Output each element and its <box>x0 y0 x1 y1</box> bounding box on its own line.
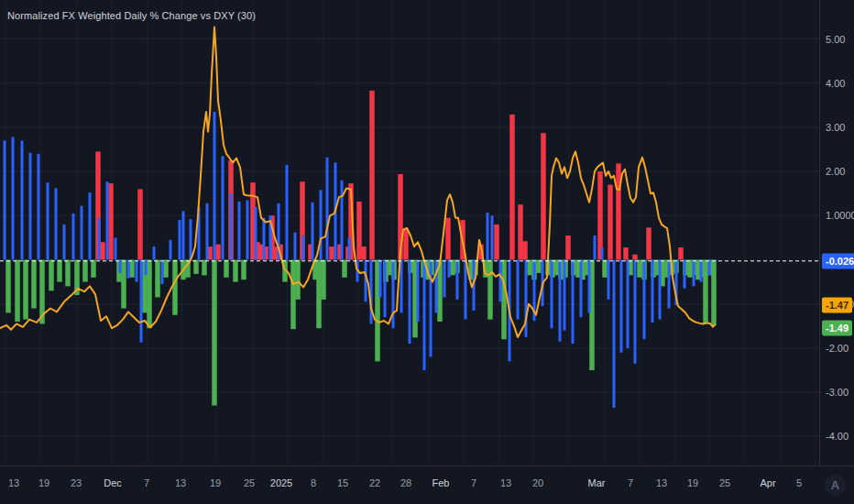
fx-weighted-histogram-bar <box>491 215 494 259</box>
fx-weighted-histogram-bar <box>588 260 591 313</box>
up-down-columns-bar <box>597 171 603 259</box>
orange-last-value-badge[interactable]: -1.47 <box>822 298 852 313</box>
up-down-columns-bar <box>646 227 651 259</box>
fx-weighted-histogram-bar <box>21 140 24 259</box>
up-down-columns-bar <box>445 218 451 260</box>
fx-weighted-histogram-bar <box>140 260 143 343</box>
fx-weighted-histogram-bar <box>326 158 329 260</box>
up-down-columns-bar <box>295 260 301 300</box>
fx-weighted-histogram-bar <box>119 260 122 273</box>
fx-weighted-histogram-bar <box>4 140 6 259</box>
up-down-columns-bar <box>49 260 54 291</box>
price-axis-label: 5.00 <box>826 34 845 45</box>
up-down-columns-bar <box>15 260 20 322</box>
fx-weighted-histogram-bar <box>659 260 662 320</box>
time-axis-label: Apr <box>760 477 775 488</box>
up-down-columns-bar <box>522 241 528 259</box>
fx-weighted-histogram-bar <box>651 260 654 323</box>
fx-weighted-histogram-bar <box>487 213 489 260</box>
up-down-columns-bar <box>487 260 493 320</box>
fx-weighted-histogram-bar <box>302 236 305 260</box>
up-down-columns-bar <box>553 260 559 276</box>
fx-weighted-histogram-bar <box>643 260 646 340</box>
fx-weighted-histogram-bar <box>430 260 432 357</box>
fx-weighted-histogram-bar <box>98 218 101 260</box>
time-axis-label: 19 <box>38 477 49 488</box>
plot-area[interactable] <box>0 0 854 504</box>
fx-weighted-histogram-bar <box>456 260 459 300</box>
fx-weighted-histogram-bar <box>106 181 109 259</box>
up-down-columns-bar <box>616 163 621 259</box>
price-axis-label: 4.00 <box>826 78 845 89</box>
time-axis-label: 28 <box>400 477 411 488</box>
up-down-columns-bar <box>321 260 326 300</box>
fx-weighted-histogram-bar <box>608 260 610 300</box>
fx-weighted-histogram-bar <box>668 260 671 309</box>
time-axis[interactable]: 131923Dec713192520258152228Feb71320Mar71… <box>0 466 854 504</box>
up-down-columns-bar <box>536 260 542 273</box>
up-down-columns-bar <box>108 183 114 259</box>
time-axis-label: 13 <box>8 477 19 488</box>
fx-weighted-histogram-bar <box>423 260 426 371</box>
time-axis-label: Mar <box>588 477 606 488</box>
chart-background <box>0 0 854 504</box>
up-down-columns-bar <box>527 260 532 276</box>
price-axis-label: -4.00 <box>826 431 849 442</box>
time-axis-label: 20 <box>532 477 543 488</box>
tradingview-logo-icon[interactable]: A <box>825 475 846 496</box>
time-axis-label: 25 <box>244 477 255 488</box>
fx-weighted-histogram-bar <box>448 260 451 278</box>
fx-weighted-histogram-bar <box>409 260 411 345</box>
fx-weighted-histogram-bar <box>89 192 92 259</box>
fx-weighted-histogram-bar <box>72 214 75 260</box>
up-down-columns-bar <box>711 260 717 326</box>
fx-weighted-histogram-bar <box>601 247 604 259</box>
chart-panel[interactable]: Normalized FX Weighted Daily % Change vs… <box>0 0 854 504</box>
up-down-columns-bar <box>193 260 199 274</box>
time-axis-label: Feb <box>432 477 450 488</box>
fx-weighted-histogram-bar <box>634 260 637 364</box>
up-down-columns-bar <box>147 260 152 329</box>
green-last-value-badge[interactable]: -1.49 <box>822 320 852 335</box>
fx-weighted-histogram-bar <box>115 237 117 259</box>
fx-weighted-histogram-bar <box>12 137 15 260</box>
fx-weighted-histogram-bar <box>255 207 257 260</box>
time-axis-label: 7 <box>144 477 149 488</box>
up-down-columns-bar <box>57 260 62 282</box>
up-down-columns-bar <box>129 260 135 278</box>
time-axis-label: 15 <box>337 477 348 488</box>
fx-weighted-histogram-bar <box>63 225 66 260</box>
up-down-columns-bar <box>356 202 362 260</box>
chart-title: Normalized FX Weighted Daily % Change vs… <box>7 10 256 21</box>
up-down-columns-bar <box>509 115 515 260</box>
fx-weighted-histogram-bar <box>214 112 216 259</box>
up-down-columns-bar <box>703 260 708 324</box>
up-down-columns-bar <box>361 247 367 259</box>
fx-weighted-histogram-bar <box>379 260 382 298</box>
fx-weighted-histogram-bar <box>29 153 32 260</box>
price-axis-label: 2.00 <box>826 166 845 177</box>
price-axis[interactable]: 5.004.003.002.001.0000-1.0000-2.00-3.00-… <box>819 0 854 466</box>
up-down-columns-bar <box>172 260 178 315</box>
up-down-columns-bar <box>602 260 608 278</box>
fx-weighted-histogram-bar <box>572 260 575 345</box>
up-down-columns-bar <box>31 260 37 309</box>
up-down-columns-bar <box>224 260 229 278</box>
fx-weighted-histogram-bar <box>620 260 623 353</box>
fx-weighted-histogram-bar <box>38 154 40 260</box>
fx-weighted-histogram-bar <box>613 260 616 408</box>
fx-weighted-histogram-bar <box>627 260 630 348</box>
time-axis-label: 13 <box>500 477 511 488</box>
fx-weighted-histogram-bar <box>465 260 467 320</box>
fx-weighted-histogram-bar <box>230 193 233 259</box>
time-axis-label: 22 <box>369 477 380 488</box>
time-axis-label: 7 <box>471 477 476 488</box>
up-down-columns-bar <box>450 260 455 276</box>
blue-last-value-badge[interactable]: -0.0267 <box>822 253 854 268</box>
fx-weighted-histogram-bar <box>81 206 83 260</box>
up-down-columns-bar <box>678 247 684 259</box>
time-axis-label: 19 <box>687 477 698 488</box>
time-axis-label: 25 <box>719 477 730 488</box>
price-axis-label: 1.0000 <box>826 210 854 221</box>
fx-weighted-histogram-bar <box>47 182 49 259</box>
